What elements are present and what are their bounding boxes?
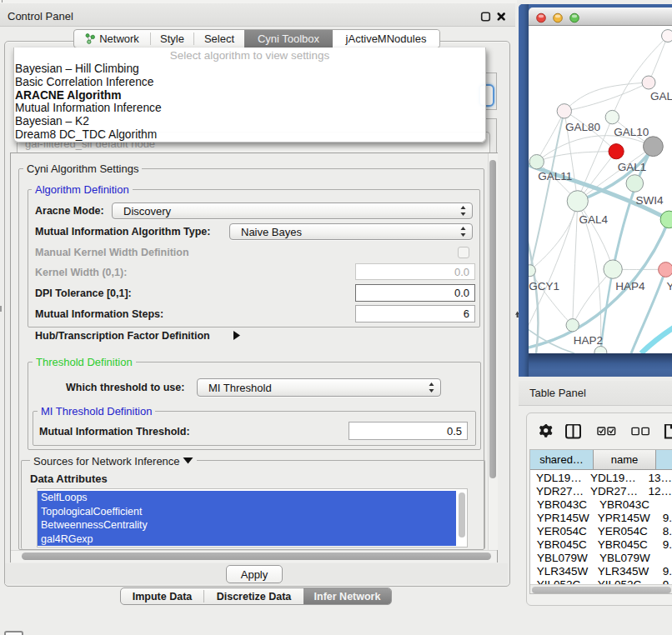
svg-text:HAP2: HAP2 — [574, 334, 603, 347]
svg-text:GAL1: GAL1 — [618, 161, 647, 173]
svg-text:GAL80: GAL80 — [565, 121, 600, 133]
svg-text:YJ: YJ — [667, 280, 672, 292]
svg-text:GCY1: GCY1 — [529, 280, 559, 292]
svg-text:GAL11: GAL11 — [538, 170, 572, 182]
svg-text:GAL10: GAL10 — [614, 126, 649, 138]
svg-text:GAL4: GAL4 — [579, 213, 609, 226]
svg-text:SWI4: SWI4 — [635, 194, 663, 207]
svg-text:GAL7: GAL7 — [650, 90, 672, 102]
svg-text:HAP4: HAP4 — [615, 280, 645, 292]
